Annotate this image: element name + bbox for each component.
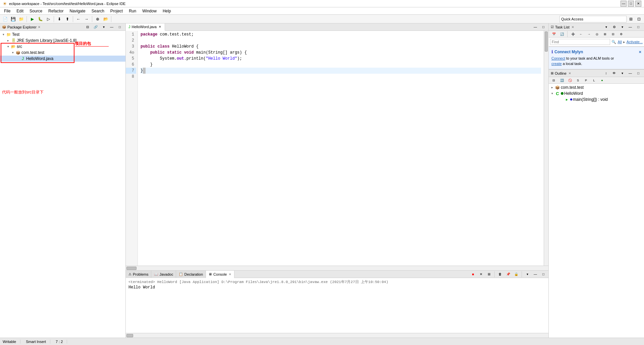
run-button[interactable]: ▶ bbox=[29, 15, 36, 23]
code-horizontal-scrollbar[interactable] bbox=[126, 266, 548, 270]
pkg-maximize-button[interactable]: □ bbox=[116, 23, 123, 31]
outline-item-package[interactable]: ▸ 📦 com.test.test bbox=[549, 84, 644, 90]
menu-search[interactable]: Search bbox=[89, 8, 107, 14]
maximize-button[interactable]: □ bbox=[628, 1, 634, 7]
tasklist-filter-button[interactable]: ⚙ bbox=[610, 23, 618, 31]
minimize-button[interactable]: — bbox=[621, 1, 627, 7]
editor-minimize-button[interactable]: — bbox=[532, 23, 539, 31]
tasklist-sync-button[interactable]: 🔄 bbox=[558, 30, 566, 38]
tree-item-helloword[interactable]: J HelloWord.java bbox=[0, 56, 125, 62]
bottom-toolbar-btn2[interactable]: ✕ bbox=[477, 271, 485, 278]
pkg-view-menu-button[interactable]: ▾ bbox=[100, 23, 107, 31]
bottom-clear-button[interactable]: 🗑 bbox=[496, 271, 504, 278]
outline-item-class[interactable]: ▾ C HelloWord bbox=[549, 90, 644, 96]
menu-window[interactable]: Window bbox=[140, 8, 159, 14]
tab-problems[interactable]: ⚠ Problems bbox=[126, 271, 151, 278]
mylyn-close-icon[interactable]: ✕ bbox=[639, 50, 641, 54]
menu-edit[interactable]: Edit bbox=[14, 8, 26, 14]
debug-button[interactable]: 🐛 bbox=[37, 15, 44, 23]
outline-hide-button[interactable]: 👁 bbox=[610, 70, 618, 77]
tasklist-new-task-button[interactable]: ➕ bbox=[569, 30, 577, 38]
scroll-thumb-horizontal[interactable] bbox=[126, 267, 137, 270]
console-horizontal-scrollbar[interactable] bbox=[126, 333, 548, 338]
menu-refactor[interactable]: Refactor bbox=[46, 8, 66, 14]
menu-source[interactable]: Source bbox=[27, 8, 45, 14]
next-annotation-button[interactable]: ⬇ bbox=[56, 15, 63, 23]
link-editor-button[interactable]: 🔗 bbox=[92, 23, 99, 31]
editor-tab-close[interactable]: ✕ bbox=[158, 25, 162, 29]
connect-link[interactable]: Connect bbox=[551, 56, 565, 60]
tab-javadoc[interactable]: 📖 Javadoc bbox=[151, 271, 176, 278]
outline-hide-localtypes-button[interactable]: L bbox=[590, 77, 598, 84]
console-close-x[interactable]: ✕ bbox=[229, 273, 231, 276]
mylyn-title-text: Connect Mylyn bbox=[554, 50, 583, 54]
menu-run[interactable]: Run bbox=[126, 8, 139, 14]
scroll-thumb-vertical[interactable] bbox=[545, 31, 548, 52]
bottom-pin-button[interactable]: 📌 bbox=[504, 271, 512, 278]
outline-label-class: HelloWord bbox=[564, 91, 583, 96]
tasklist-add-button[interactable]: ▾ bbox=[602, 23, 610, 31]
bottom-maximize-button[interactable]: □ bbox=[540, 271, 547, 278]
code-content[interactable]: package com.test.test; public class Hell… bbox=[138, 31, 544, 266]
bottom-toolbar-btn3[interactable]: ⊞ bbox=[485, 271, 493, 278]
back-button[interactable]: ← bbox=[75, 15, 82, 23]
console-scroll-thumb[interactable] bbox=[126, 334, 133, 337]
open-resource-button[interactable]: 📂 bbox=[102, 15, 109, 23]
tree-item-package[interactable]: ▾ 📦 com.test.test bbox=[0, 50, 125, 56]
tree-item-jre[interactable]: ▸ 🗄 JRE System Library [JavaSE-1.8] bbox=[0, 38, 125, 44]
perspective-button[interactable]: ⊞ bbox=[627, 15, 635, 23]
tasklist-settings-button[interactable]: ⚙ bbox=[618, 30, 625, 38]
outline-hide-nonpub-button[interactable]: P bbox=[582, 77, 590, 84]
tasklist-back-button[interactable]: ← bbox=[577, 30, 585, 38]
save-button[interactable]: 💾 bbox=[9, 15, 17, 23]
tab-console[interactable]: 🖥 Console ✕ bbox=[206, 271, 234, 278]
collapse-all-button[interactable]: ⊟ bbox=[84, 23, 91, 31]
editor-maximize-button[interactable]: □ bbox=[540, 23, 547, 31]
mylyn-desc1: to your task and ALM tools or bbox=[566, 56, 614, 60]
bottom-scroll-lock-button[interactable]: 🔒 bbox=[513, 271, 520, 278]
tasklist-forward-button[interactable]: → bbox=[585, 30, 593, 38]
menu-file[interactable]: File bbox=[1, 8, 13, 14]
pkg-minimize-button[interactable]: — bbox=[108, 23, 115, 31]
outline-collapse-all-button[interactable]: ⊟ bbox=[550, 77, 557, 84]
new-button[interactable]: 📄 bbox=[1, 15, 9, 23]
tree-item-test[interactable]: ▾ 📁 Test bbox=[0, 31, 125, 38]
outline-hide-static-button[interactable]: S bbox=[574, 77, 582, 84]
tasklist-view-menu-button[interactable]: ▾ bbox=[619, 23, 626, 31]
tab-declaration[interactable]: 📋 Declaration bbox=[176, 271, 206, 278]
activate-label[interactable]: Activate... bbox=[627, 40, 643, 44]
tasklist-collapse-all-button[interactable]: ⊟ bbox=[609, 30, 617, 38]
create-link[interactable]: create bbox=[551, 62, 562, 66]
open-type-button[interactable]: ⊕ bbox=[94, 15, 101, 23]
tasklist-focus-button[interactable]: ◎ bbox=[593, 30, 601, 38]
outline-sort-button[interactable]: ↕ bbox=[602, 70, 610, 77]
menu-help[interactable]: Help bbox=[160, 8, 174, 14]
outline-item-main[interactable]: ▸ main(String[]) : void bbox=[549, 96, 644, 102]
task-find-input[interactable] bbox=[550, 39, 610, 45]
menu-project[interactable]: Project bbox=[108, 8, 125, 14]
tasklist-expand-all-button[interactable]: ⊞ bbox=[601, 30, 609, 38]
perspective2-button[interactable]: ⊡ bbox=[635, 15, 643, 23]
bottom-toolbar-btn1[interactable]: ■ bbox=[469, 271, 477, 278]
outline-maximize-button[interactable]: □ bbox=[635, 70, 642, 77]
prev-annotation-button[interactable]: ⬆ bbox=[64, 15, 71, 23]
tree-item-src[interactable]: ▾ 📂 src bbox=[0, 44, 125, 50]
bottom-view-menu-button[interactable]: ▾ bbox=[524, 271, 531, 278]
save-all-button[interactable]: 📁 bbox=[17, 15, 25, 23]
outline-sync-button[interactable]: ● bbox=[598, 77, 606, 84]
close-button[interactable]: ✕ bbox=[635, 1, 641, 7]
tasklist-maximize-button[interactable]: □ bbox=[635, 23, 642, 31]
outline-view-menu-button[interactable]: ▾ bbox=[619, 70, 626, 77]
menu-navigate[interactable]: Navigate bbox=[67, 8, 88, 14]
outline-hide-fields-button[interactable]: 🚫 bbox=[566, 77, 574, 84]
outline-sort-members-button[interactable]: 🔤 bbox=[558, 77, 566, 84]
forward-button[interactable]: → bbox=[83, 15, 90, 23]
outline-minimize-button[interactable]: — bbox=[627, 70, 634, 77]
tasklist-schedule-button[interactable]: 📅 bbox=[550, 30, 557, 38]
run-last-button[interactable]: ▷ bbox=[45, 15, 52, 23]
editor-tab-helloword[interactable]: J HelloWord.java ✕ bbox=[126, 23, 165, 31]
code-scrollbar[interactable] bbox=[544, 31, 548, 266]
all-label[interactable]: All bbox=[618, 40, 622, 44]
bottom-minimize-button[interactable]: — bbox=[532, 271, 539, 278]
tasklist-minimize-button[interactable]: — bbox=[627, 23, 634, 31]
